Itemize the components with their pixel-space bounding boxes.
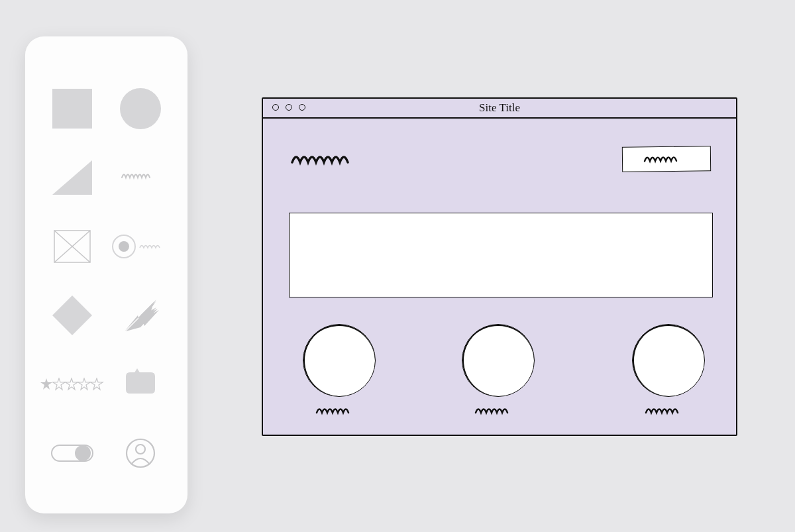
feature-caption-placeholder xyxy=(629,406,708,415)
svg-marker-8 xyxy=(52,295,92,335)
svg-marker-13 xyxy=(66,378,78,390)
shape-arrow[interactable] xyxy=(107,283,175,348)
header-button-placeholder[interactable] xyxy=(622,146,711,172)
shape-comment-bubble[interactable] xyxy=(107,352,175,417)
shape-square[interactable] xyxy=(38,76,107,141)
svg-point-7 xyxy=(119,241,129,252)
window-controls[interactable] xyxy=(272,104,305,111)
feature-circle-icon xyxy=(303,324,376,397)
window-zoom-icon[interactable] xyxy=(299,104,305,111)
svg-point-18 xyxy=(75,445,91,461)
shape-scribble-text[interactable] xyxy=(107,145,175,210)
hero-image-placeholder[interactable] xyxy=(289,213,713,297)
shape-avatar[interactable] xyxy=(107,421,175,486)
svg-rect-0 xyxy=(52,89,92,129)
shape-circle[interactable] xyxy=(107,76,175,141)
feature-item-3[interactable] xyxy=(629,324,708,415)
shape-image-placeholder[interactable] xyxy=(38,214,107,279)
shape-diamond[interactable] xyxy=(38,283,107,348)
svg-marker-14 xyxy=(78,378,90,390)
window-close-icon[interactable] xyxy=(272,104,279,111)
feature-caption-placeholder xyxy=(458,406,538,415)
wireframe-canvas[interactable] xyxy=(263,119,736,435)
wireframe-browser-window[interactable]: Site Title xyxy=(262,97,737,436)
shape-radio-button[interactable] xyxy=(107,214,175,279)
feature-caption-placeholder xyxy=(299,406,379,415)
feature-circle-icon xyxy=(632,324,705,397)
svg-marker-16 xyxy=(134,368,140,374)
feature-item-2[interactable] xyxy=(458,324,538,415)
svg-marker-15 xyxy=(91,378,103,390)
svg-marker-2 xyxy=(52,160,92,195)
browser-titlebar: Site Title xyxy=(263,99,736,119)
shape-triangle[interactable] xyxy=(38,145,107,210)
svg-point-20 xyxy=(136,445,145,454)
feature-item-1[interactable] xyxy=(299,324,379,415)
shape-toggle-switch[interactable] xyxy=(38,421,107,486)
svg-marker-11 xyxy=(40,378,52,390)
page-heading-placeholder[interactable] xyxy=(291,153,370,172)
shape-palette xyxy=(25,36,187,513)
feature-circle-icon xyxy=(462,324,535,397)
window-minimize-icon[interactable] xyxy=(286,104,292,111)
site-title: Site Title xyxy=(479,101,520,115)
svg-point-1 xyxy=(120,88,161,129)
svg-marker-12 xyxy=(53,378,65,390)
shape-star-rating[interactable] xyxy=(38,352,107,417)
